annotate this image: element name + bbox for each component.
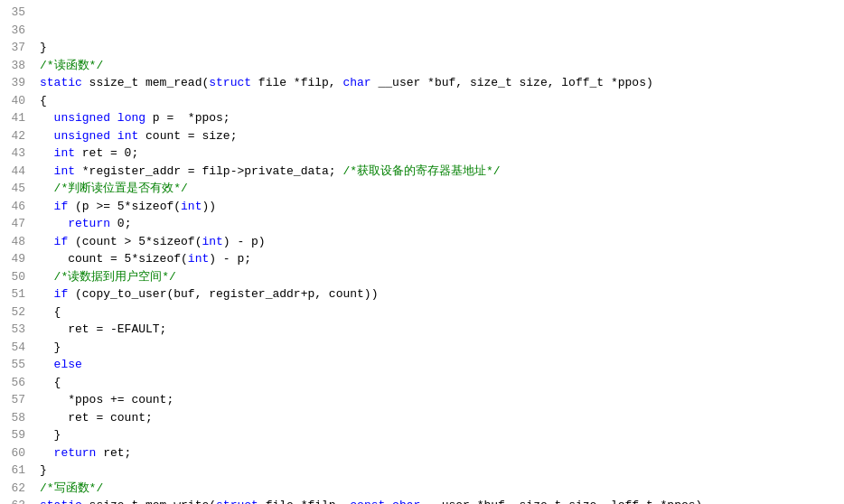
code-line: } (40, 339, 837, 357)
line-number: 48 (4, 233, 25, 251)
code-line: *ppos += count; (40, 391, 837, 409)
line-number: 51 (4, 285, 25, 303)
line-number: 45 (4, 180, 25, 198)
code-line: if (copy_to_user(buf, register_addr+p, c… (40, 285, 837, 303)
code-line: int ret = 0; (40, 145, 837, 163)
line-number: 61 (4, 462, 25, 480)
line-number: 52 (4, 303, 25, 322)
code-line: if (count > 5*sizeof(int) - p) (40, 233, 837, 251)
code-line: /*判断读位置是否有效*/ (40, 180, 837, 198)
line-number: 47 (4, 215, 25, 233)
code-line: /*读数据到用户空间*/ (40, 268, 837, 286)
line-number: 43 (4, 145, 25, 163)
line-number: 62 (4, 480, 25, 498)
line-number: 53 (4, 321, 25, 339)
code-line: { (40, 374, 837, 392)
code-line: return 0; (40, 215, 837, 233)
code-line: } (40, 462, 837, 480)
code-line: } (40, 426, 837, 444)
code-line: /*读函数*/ (40, 57, 837, 75)
line-number: 39 (4, 74, 25, 92)
code-line: /*写函数*/ (40, 480, 837, 498)
line-number: 40 (4, 92, 25, 110)
code-line: return ret; (40, 444, 837, 462)
line-number: 38 (4, 57, 25, 75)
line-number: 63 (4, 497, 25, 504)
line-number: 56 (4, 374, 25, 392)
code-editor: 3536373839404142434445464748495051525354… (0, 0, 844, 504)
line-number: 42 (4, 127, 25, 145)
code-line: { (40, 303, 837, 322)
line-number: 41 (4, 109, 25, 127)
code-line: } (40, 39, 837, 57)
code-line: unsigned long p = *ppos; (40, 109, 837, 127)
line-number: 36 (4, 22, 25, 40)
line-number: 35 (4, 4, 25, 22)
code-line: count = 5*sizeof(int) - p; (40, 250, 837, 268)
code-line: { (40, 92, 837, 110)
code-line: ret = -EFAULT; (40, 321, 837, 339)
line-number: 44 (4, 163, 25, 181)
code-content-area[interactable]: }/*读函数*/static ssize_t mem_read(struct f… (33, 0, 844, 504)
line-number: 60 (4, 444, 25, 462)
line-number: 50 (4, 268, 25, 286)
line-number: 37 (4, 39, 25, 57)
code-line: ret = count; (40, 409, 837, 427)
code-line: unsigned int count = size; (40, 127, 837, 145)
line-number: 54 (4, 339, 25, 357)
code-line: static ssize_t mem_write(struct file *fi… (40, 497, 837, 504)
code-line: int *register_addr = filp->private_data;… (40, 163, 837, 181)
line-number: 59 (4, 426, 25, 444)
line-number: 57 (4, 391, 25, 409)
code-line: if (p >= 5*sizeof(int)) (40, 198, 837, 216)
line-number: 55 (4, 356, 25, 374)
line-number: 46 (4, 198, 25, 216)
line-number: 58 (4, 409, 25, 427)
code-line: static ssize_t mem_read(struct file *fil… (40, 74, 837, 92)
line-number: 49 (4, 250, 25, 268)
code-line: else (40, 356, 837, 374)
line-number-gutter: 3536373839404142434445464748495051525354… (0, 0, 33, 504)
